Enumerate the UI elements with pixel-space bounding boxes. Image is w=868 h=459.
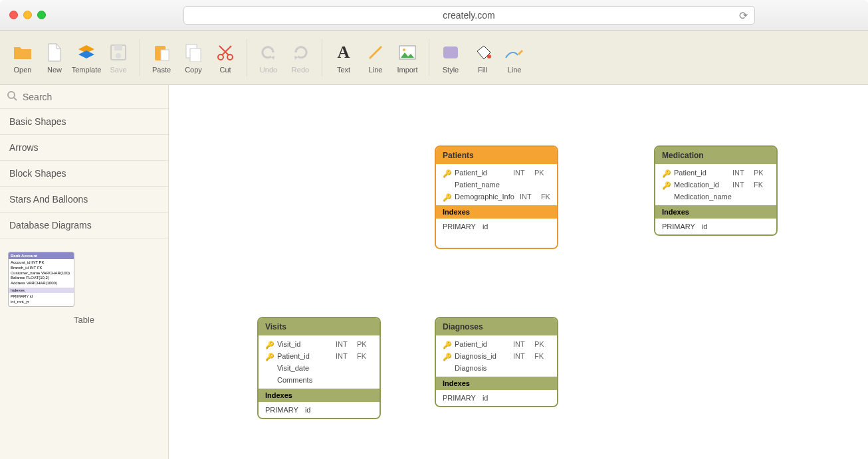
new-button[interactable]: New [39,39,70,76]
template-button[interactable]: Template [70,39,102,76]
sidebar-item-block-shapes[interactable]: Block Shapes [0,161,168,187]
key-icon: 🔑 [662,181,669,188]
cut-button[interactable]: Cut [209,39,241,76]
page-icon [47,43,62,62]
maximize-window-icon[interactable] [37,11,46,19]
svg-rect-6 [190,48,201,62]
field-row: 🔑Visit_idINTPK [259,338,380,350]
sidebar-item-stars-balloons[interactable]: Stars And Balloons [0,187,168,213]
style-icon [442,45,459,60]
toolbar-separator [140,39,140,76]
text-label: Text [337,66,350,74]
blank-icon [443,365,449,371]
svg-line-15 [14,98,17,100]
import-button[interactable]: Import [391,39,423,76]
open-label: Open [14,66,32,74]
redo-button[interactable]: Redo [284,39,316,76]
field-row: Patient_name [436,179,557,191]
blank-icon [662,193,669,200]
copy-button[interactable]: Copy [177,39,209,76]
address-bar-container: creately.com ⟳ [79,6,859,25]
indexes-header: Indexes [436,377,557,390]
text-button[interactable]: A Text [328,39,360,76]
fill-button[interactable]: Fill [467,39,498,76]
style-label: Style [443,66,459,74]
table-title: Medication [655,147,776,164]
search-input[interactable] [23,92,162,102]
table-diagnoses[interactable]: Diagnoses 🔑Patient_idINTPK 🔑Diagnosis_id… [435,317,558,407]
style-button[interactable]: Style [435,39,467,76]
redo-label: Redo [292,66,309,74]
text-icon: A [338,43,350,62]
table-medication[interactable]: Medication 🔑Patient_idINTPK 🔑Medication_… [654,145,778,236]
minimize-window-icon[interactable] [23,11,32,19]
key-icon: 🔑 [265,341,272,347]
key-icon: 🔑 [443,341,449,347]
close-window-icon[interactable] [9,11,18,19]
table-visits[interactable]: Visits 🔑Visit_idINTPK 🔑Patient_idINTFK V… [257,317,381,419]
open-button[interactable]: Open [7,39,39,76]
undo-label: Undo [260,66,277,74]
table-patients[interactable]: Patients 🔑Patient_idINTPK Patient_name 🔑… [435,145,558,249]
window-controls [9,11,46,19]
svg-point-14 [8,92,15,98]
paste-button[interactable]: Paste [146,39,177,76]
toolbar: Open New Template Save Paste Copy Cut [0,31,868,85]
svg-point-2 [116,53,121,58]
svg-rect-4 [161,50,169,60]
table-shape-preview[interactable]: Bank Account Account_id INT PK Branch_id… [8,252,74,307]
svg-line-9 [370,46,381,58]
reload-icon[interactable]: ⟳ [739,9,748,22]
preview-idx-head: Indexes [9,288,74,293]
address-url: creately.com [443,10,494,21]
main-area: Basic Shapes Arrows Block Shapes Stars A… [0,85,868,459]
canvas[interactable]: Patients 🔑Patient_idINTPK Patient_name 🔑… [169,85,868,459]
image-icon [398,45,417,60]
indexes-body: PRIMARYid [655,219,776,234]
line-button[interactable]: Line [360,39,391,76]
sidebar-item-basic-shapes[interactable]: Basic Shapes [0,109,168,135]
paste-label: Paste [152,66,171,74]
search-row [0,85,168,109]
indexes-header: Indexes [259,389,380,402]
preview-title: Bank Account [9,252,74,259]
pencil-line-icon [504,45,524,60]
fill-label: Fill [478,66,487,74]
save-button[interactable]: Save [102,39,134,76]
redo-icon [292,44,309,61]
cut-label: Cut [219,66,231,74]
shape-preview: Bank Account Account_id INT PK Branch_id… [0,238,168,338]
field-row: 🔑Patient_idINTPK [655,167,776,179]
sidebar-item-database-diagrams[interactable]: Database Diagrams [0,213,168,238]
table-fields: 🔑Patient_idINTPK 🔑Diagnosis_idINTFK Diag… [436,335,557,377]
scissors-icon [217,44,234,61]
line-style-label: Line [508,66,522,74]
preview-body: Account_id INT PK Branch_id INT FK Custo… [9,259,74,288]
save-icon [110,44,127,61]
copy-icon [185,43,202,62]
svg-rect-1 [114,45,122,50]
indexes-body: PRIMARYid [436,390,557,406]
template-label: Template [72,66,102,74]
table-title: Patients [436,147,557,164]
address-bar[interactable]: creately.com ⟳ [183,6,755,25]
blank-icon [265,365,272,371]
undo-button[interactable]: Undo [253,39,284,76]
bucket-icon [473,45,492,60]
indexes-header: Indexes [436,205,557,219]
folder-icon [13,45,33,60]
sidebar-item-arrows[interactable]: Arrows [0,135,168,161]
key-icon: 🔑 [662,169,669,176]
sidebar: Basic Shapes Arrows Block Shapes Stars A… [0,85,169,459]
preview-caption: Table [74,315,94,325]
line-label: Line [369,66,383,74]
connectors [169,85,368,185]
preview-idx-body: PRIMARY id int_mnt_yr [9,293,74,306]
field-row: 🔑Medication_idINTFK [655,179,776,191]
search-icon [7,90,17,104]
table-title: Visits [259,318,380,335]
stack-icon [77,44,96,61]
line-style-button[interactable]: Line [498,39,530,76]
import-label: Import [397,66,417,74]
field-row: 🔑Patient_idINTPK [436,167,557,179]
